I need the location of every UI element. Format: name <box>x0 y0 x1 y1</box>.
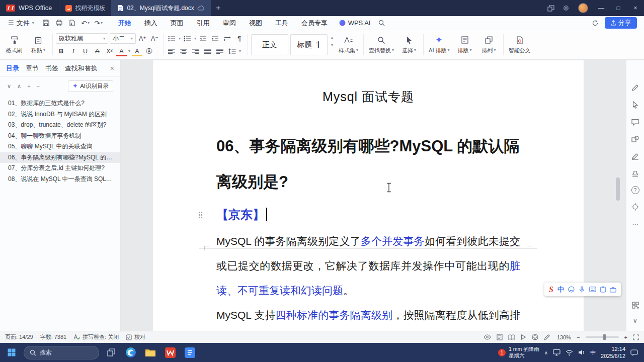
paragraph-drag-handle[interactable] <box>198 211 203 219</box>
style-heading1[interactable]: 标题 1 <box>290 34 328 55</box>
stamp-icon[interactable] <box>631 169 639 177</box>
find-replace-button[interactable]: 查找替换▾ <box>367 36 396 54</box>
annotate-pen-icon[interactable] <box>544 334 550 340</box>
arrange-button[interactable]: 排列▾ <box>478 36 500 54</box>
toc-item[interactable]: 03、drop、truncate、delete 的区别? <box>0 120 120 131</box>
minimize-button[interactable]: — <box>593 0 610 16</box>
style-gallery-more-icon[interactable]: ⋯ <box>330 50 334 54</box>
taskbar-clock[interactable]: 12:14 2025/6/12 <box>601 345 625 360</box>
docs-app-icon[interactable] <box>182 345 197 360</box>
tab-page[interactable]: 页面 <box>164 16 190 30</box>
smart-doc-button[interactable]: 智能公文 <box>507 36 533 54</box>
task-view-icon[interactable] <box>104 345 119 360</box>
sidebar-close-icon[interactable]: × <box>110 64 114 72</box>
tab-wps-ai[interactable]: WPS AI <box>334 19 376 27</box>
sidebar-tab-find-replace[interactable]: 查找和替换 <box>65 64 98 73</box>
tab-membership[interactable]: 会员专享 <box>295 16 334 30</box>
wps-app-icon[interactable] <box>163 345 178 360</box>
char-shading-button[interactable]: Ⓐ <box>144 46 154 56</box>
sidebar-tab-toc[interactable]: 目录 <box>6 64 19 73</box>
document-scrollbar[interactable] <box>616 60 620 331</box>
highlighter-icon[interactable] <box>631 152 639 160</box>
new-tab-button[interactable]: + <box>211 0 226 16</box>
underline-button[interactable]: U <box>80 46 91 56</box>
more-tools-icon[interactable]: ⋯ <box>631 220 639 228</box>
ime-language-indicator[interactable]: 中 <box>590 349 596 356</box>
increase-indent-button[interactable] <box>210 34 220 44</box>
ai-layout-button[interactable]: AI 排版▾ <box>427 36 451 54</box>
layout-button[interactable]: 排版▾ <box>454 36 476 54</box>
maximize-button[interactable]: □ <box>610 0 627 16</box>
zoom-in-icon[interactable]: + <box>624 334 627 340</box>
toc-item[interactable]: 04、聊一聊数据库事务机制 <box>0 131 120 142</box>
ime-clipboard-icon[interactable] <box>600 286 606 293</box>
redo-button[interactable]: ↷▾ <box>93 18 105 29</box>
read-mode-icon[interactable] <box>508 334 515 340</box>
edge-browser-icon[interactable] <box>123 345 138 360</box>
file-explorer-icon[interactable] <box>143 345 158 360</box>
italic-button[interactable]: I <box>68 46 78 56</box>
align-left-button[interactable] <box>167 46 177 56</box>
bold-button[interactable]: B <box>56 46 66 56</box>
notification-center-icon[interactable] <box>630 349 638 356</box>
print-icon[interactable] <box>53 18 65 29</box>
strikethrough-button[interactable]: A <box>92 46 103 56</box>
rail-collapse-icon[interactable]: ∨ <box>631 316 639 325</box>
qr-share-icon[interactable] <box>631 301 639 309</box>
tab-insert[interactable]: 插入 <box>138 16 164 30</box>
switch-window-icon[interactable] <box>543 5 558 12</box>
collapse-all-icon[interactable]: ∨ <box>7 83 11 89</box>
zoom-out-icon[interactable]: − <box>577 334 580 340</box>
locate-icon[interactable] <box>631 203 639 211</box>
style-scroll-down-icon[interactable]: ▾ <box>330 43 334 47</box>
toc-item[interactable]: 05、聊聊 MySQL 中的关联查询 <box>0 141 120 152</box>
zoom-slider-thumb[interactable] <box>603 334 606 340</box>
style-normal[interactable]: 正文 <box>251 34 288 55</box>
status-spellcheck[interactable]: 拼写检查: 关闭 <box>73 333 119 341</box>
zoom-slider[interactable] <box>586 336 619 338</box>
fit-page-icon[interactable] <box>633 334 639 340</box>
distribute-button[interactable] <box>215 46 225 56</box>
search-icon[interactable] <box>375 18 387 29</box>
document-page[interactable]: Mysql 面试专题 06、事务隔离级别有哪些?MySQL 的默认隔离级别是? … <box>153 60 584 331</box>
shapes-icon[interactable] <box>631 135 639 143</box>
user-avatar[interactable] <box>578 3 588 13</box>
ime-keyboard-icon[interactable] <box>589 287 596 292</box>
wps-brand-menu[interactable]: WPS Office <box>0 0 59 16</box>
superscript-button[interactable]: X² <box>104 46 115 56</box>
align-right-button[interactable] <box>191 46 201 56</box>
tab-review[interactable]: 审阅 <box>216 16 243 30</box>
settings-gear-icon[interactable] <box>558 5 574 12</box>
tab-tools[interactable]: 工具 <box>269 16 295 30</box>
ai-recognize-toc-button[interactable]: AI识别目录 <box>68 80 113 92</box>
ime-emoji-icon[interactable] <box>568 286 575 293</box>
taskbar-search[interactable]: 搜索 <box>24 346 99 359</box>
sidebar-tab-chapters[interactable]: 章节 <box>26 64 39 73</box>
line-spacing-button[interactable] <box>227 46 237 56</box>
justify-button[interactable] <box>203 46 213 56</box>
select-tool-icon[interactable] <box>631 101 639 109</box>
status-page-indicator[interactable]: 页面: 14/29 <box>5 333 33 341</box>
comment-icon[interactable] <box>631 118 639 126</box>
help-icon[interactable]: ? <box>631 186 639 194</box>
scrollbar-thumb[interactable] <box>616 177 620 201</box>
file-menu-button[interactable]: ☰ 文件 ▾ <box>4 19 38 28</box>
eye-protect-icon[interactable] <box>484 334 491 340</box>
font-family-select[interactable]: 微软雅黑▾ <box>56 33 108 44</box>
show-paragraph-marks-button[interactable]: ¶ <box>234 34 245 44</box>
network-icon[interactable] <box>566 349 573 356</box>
page-view-icon[interactable] <box>497 334 503 340</box>
highlight-color-button[interactable]: A <box>132 48 142 56</box>
font-size-select[interactable]: 小二▾ <box>110 33 136 44</box>
font-color-button[interactable]: A <box>116 48 127 56</box>
toc-zoom-out-icon[interactable]: − <box>37 83 40 89</box>
tab-docer-home[interactable]: 找稻壳模板 <box>59 0 111 16</box>
play-presentation-icon[interactable] <box>521 334 526 340</box>
start-button[interactable] <box>4 345 19 360</box>
toc-item[interactable]: 08、说说在 MySQL 中一条查询 SQL 是... <box>0 174 120 185</box>
weather-widget[interactable]: 1 1 mm 的降雨 星期六 <box>498 346 539 359</box>
paste-button[interactable]: 粘贴▾ <box>27 36 49 54</box>
ime-mode-indicator[interactable]: 中 <box>557 285 564 294</box>
tab-document[interactable]: 02、Mysql面试专题.docx <box>111 0 210 16</box>
decrease-indent-button[interactable] <box>198 34 208 44</box>
